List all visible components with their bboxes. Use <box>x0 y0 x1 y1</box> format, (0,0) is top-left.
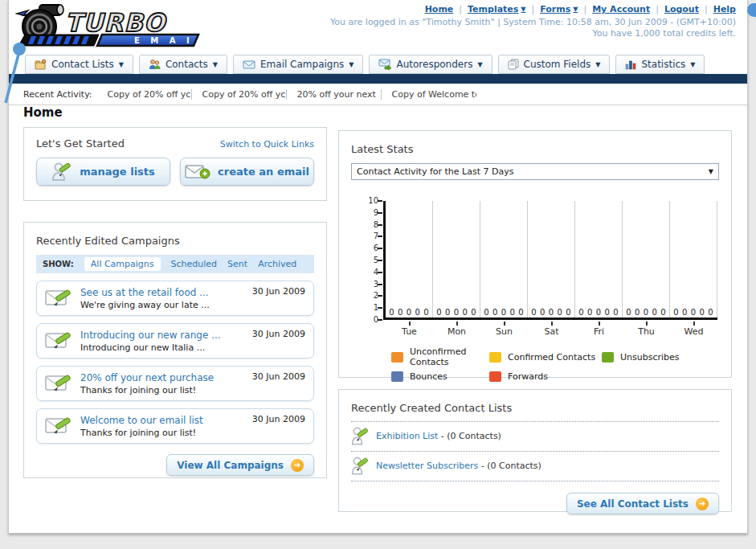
campaign-title-link[interactable]: See us at the retail food ... <box>80 287 209 298</box>
filter-archived[interactable]: Archived <box>258 259 296 269</box>
stats-title: Latest Stats <box>351 143 414 155</box>
tab-custom-fields[interactable]: Custom Fields▼ <box>498 55 611 74</box>
chart-value-labels: 00000 <box>528 308 574 317</box>
main-content-area: E M A I L TURBO Home| Templates▼| Forms▼… <box>8 0 748 534</box>
chart-x-tick-label: Sun <box>480 322 528 337</box>
header-link-help[interactable]: Help <box>713 4 736 14</box>
recent-activity-item[interactable]: Copy of Welcome tc <box>388 89 476 100</box>
chart-y-tick <box>378 319 382 321</box>
recent-activity-item[interactable]: Copy of 20% off yc <box>104 89 192 100</box>
chart-x-tick <box>504 322 505 326</box>
contact-activity-chart: 00000000000000000000000000000000000 0123… <box>383 201 717 320</box>
create-email-button[interactable]: create an email <box>180 158 314 186</box>
tab-contact-lists[interactable]: Contact Lists▼ <box>25 55 133 74</box>
latest-stats-panel: Latest Stats Contact Activity for the La… <box>338 130 732 378</box>
switch-quick-links[interactable]: Switch to Quick Links <box>220 139 314 150</box>
contact-list-count: - (0 Contacts) <box>481 461 541 471</box>
chart-value-label: 0 <box>549 308 554 317</box>
view-all-campaigns-button[interactable]: View All Campaigns ➜ <box>166 454 314 476</box>
chart-column: 00000 <box>528 201 575 318</box>
create-email-icon <box>185 163 210 181</box>
manage-lists-button[interactable]: manage lists <box>36 158 170 186</box>
tab-contacts[interactable]: Contacts▼ <box>139 55 227 74</box>
chart-y-tick <box>378 272 382 273</box>
contact-list-link[interactable]: Newsletter Subscribers <box>376 461 478 471</box>
chart-y-tick <box>378 212 382 214</box>
see-all-contact-lists-button[interactable]: See All Contact Lists ➜ <box>566 493 719 514</box>
chart-plot: 00000000000000000000000000000000000 <box>383 201 717 320</box>
chart-column: 00000 <box>575 201 623 318</box>
chart-value-label: 0 <box>531 308 536 317</box>
chart-x-tick-label: Thu <box>623 322 670 337</box>
header-link-logout[interactable]: Logout <box>664 4 699 14</box>
recent-activity-bar: Recent Activity: Copy of 20% off yc Copy… <box>9 84 747 105</box>
chart-value-label: 0 <box>644 308 648 317</box>
legend-item: Unsubscribes <box>602 346 719 367</box>
filter-scheduled[interactable]: Scheduled <box>171 259 218 269</box>
header-link-my-account[interactable]: My Account <box>592 4 650 14</box>
autoresponders-icon <box>378 59 391 70</box>
chevron-down-icon: ▼ <box>119 61 124 68</box>
chart-y-tick-label: 7 <box>361 231 378 240</box>
stats-dropdown[interactable]: Contact Activity for the Last 7 Days ▼ <box>351 163 719 180</box>
campaign-title-link[interactable]: 20% off your next purchase <box>80 372 214 383</box>
chart-y-tick-label: 9 <box>361 208 378 217</box>
chevron-down-icon: ▼ <box>573 6 578 13</box>
custom-fields-icon <box>508 59 519 70</box>
chart-value-label: 0 <box>708 308 713 317</box>
chart-value-labels: 00000 <box>670 308 717 317</box>
chart-value-label: 0 <box>660 308 665 317</box>
chart-x-tick-label: Wed <box>670 322 717 337</box>
legend-label: Confirmed Contacts <box>508 352 595 363</box>
chart-y-tick <box>378 200 382 202</box>
contact-list-link[interactable]: Exhibition List <box>376 431 438 441</box>
chart-value-label: 0 <box>652 308 657 317</box>
header-link-forms[interactable]: Forms▼ <box>540 4 578 14</box>
recent-activity-item[interactable]: Copy of 20% off yc <box>198 89 287 100</box>
filter-sent[interactable]: Sent <box>227 259 247 269</box>
filter-all-campaigns[interactable]: All Campaigns <box>84 257 161 271</box>
header-link-templates[interactable]: Templates▼ <box>468 4 525 14</box>
chart-x-tick <box>646 322 648 326</box>
stats-dropdown-value: Contact Activity for the Last 7 Days <box>357 166 513 177</box>
chart-value-label: 0 <box>596 308 601 317</box>
header-link-home[interactable]: Home <box>425 4 454 14</box>
tab-autoresponders[interactable]: Autoresponders▼ <box>369 55 492 74</box>
header-links: Home| Templates▼| Forms▼| My Account| Lo… <box>425 4 736 14</box>
chart-y-tick <box>378 224 382 226</box>
chart-y-tick-label: 2 <box>361 291 378 300</box>
chart-x-axis-labels: TueMonSunSatFriThuWed <box>386 322 717 337</box>
campaign-row: Introducing our new range ... Introducin… <box>36 323 314 358</box>
recent-activity-item[interactable]: 20% off your next <box>293 89 382 100</box>
contact-list-edit-icon <box>351 426 369 446</box>
chart-value-label: 0 <box>454 308 459 317</box>
tab-statistics[interactable]: Statistics▼ <box>615 55 705 74</box>
campaign-title-link[interactable]: Welcome to our email list <box>80 415 203 426</box>
chart-value-label: 0 <box>566 308 570 317</box>
chart-y-tick <box>378 260 382 261</box>
chevron-down-icon: ▼ <box>709 168 713 175</box>
chevron-down-icon: ▼ <box>521 6 525 13</box>
chart-y-tick <box>378 284 382 285</box>
legend-item: Forwards <box>489 371 602 382</box>
contact-list-edit-icon <box>351 456 369 476</box>
tab-email-campaigns[interactable]: Email Campaigns▼ <box>233 55 363 74</box>
campaign-edit-icon <box>45 330 72 351</box>
logo-email-text: E M A I L <box>134 36 210 45</box>
list-item: Newsletter Subscribers - (0 Contacts) <box>351 452 719 479</box>
chevron-down-icon: ▼ <box>690 61 695 68</box>
contact-lists-panel: Recently Created Contact Lists Exhibitio… <box>338 389 732 512</box>
legend-label: Unsubscribes <box>620 352 680 363</box>
chart-y-tick <box>378 236 382 237</box>
chart-y-tick-label: 10 <box>361 196 378 205</box>
chart-column: 00000 <box>670 201 717 318</box>
chart-x-tick <box>551 322 553 326</box>
campaign-title-link[interactable]: Introducing our new range ... <box>80 330 221 341</box>
campaign-subtitle: Thanks for joining our list! <box>80 384 214 396</box>
logo-graphic: E M A I L TURBO <box>15 2 216 49</box>
chart-value-label: 0 <box>415 308 420 317</box>
campaign-row: 20% off your next purchase Thanks for jo… <box>36 366 314 401</box>
navy-divider-bar <box>9 74 747 84</box>
legend-swatch <box>391 352 403 363</box>
chart-value-label: 0 <box>540 308 545 317</box>
